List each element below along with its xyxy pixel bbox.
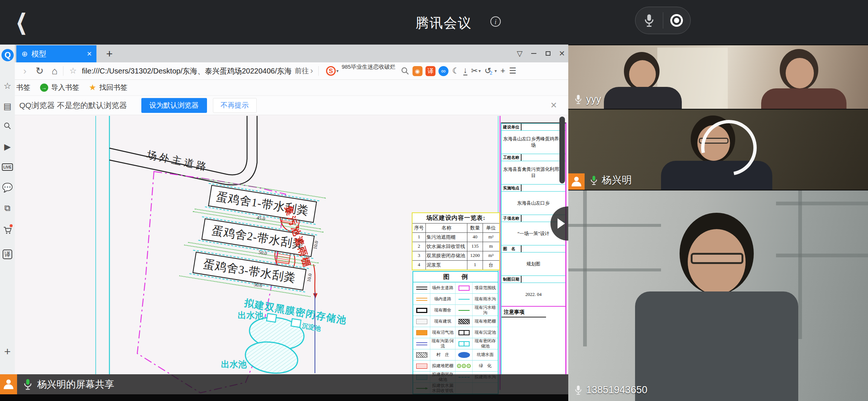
legend-label: 村 庄 xyxy=(430,349,456,360)
title-block-label-row: 制图日期 xyxy=(502,276,565,283)
dimension-label: 50.0 xyxy=(253,281,263,288)
magenta-rect xyxy=(456,283,472,293)
presenter-avatar xyxy=(0,374,17,394)
cell: 台 xyxy=(483,261,499,270)
double-orange-road-line xyxy=(413,294,430,304)
participant-video-13851943650[interactable]: 13851943650 xyxy=(568,190,868,401)
cell: 4 xyxy=(412,261,425,270)
field-value: 东海县山左口乡秀峰蛋鸡养殖场 xyxy=(502,131,565,154)
cell: 135 xyxy=(467,242,483,251)
participant-name: 13851943650 xyxy=(586,384,647,396)
col-header: 名称 xyxy=(425,224,467,232)
legend-label: 绿 化 xyxy=(472,361,498,371)
participant-video-yyy[interactable]: yyy xyxy=(568,45,868,109)
legend-title: 图 例 xyxy=(413,272,498,282)
cell: m³ xyxy=(483,251,499,260)
legend-row: 场外主道路 项目范围线 xyxy=(413,282,498,293)
cell: 饮水漏水回收管线 xyxy=(425,242,467,251)
field-value: 2022. 04 xyxy=(502,283,565,306)
legend-label: 现有沉淀池 xyxy=(472,327,498,338)
double-blue-line xyxy=(413,338,430,349)
dimension-label: 50.0 xyxy=(258,249,267,256)
shelf-line xyxy=(776,254,868,257)
shelf-line xyxy=(568,224,661,227)
field-label: 子项名称 xyxy=(502,216,521,221)
title-block-label-row: 建设单位 xyxy=(502,123,565,131)
chevron-right-icon xyxy=(558,218,565,229)
mic-icon xyxy=(574,385,582,395)
double-black-road-line xyxy=(413,283,430,293)
cyan-line xyxy=(456,294,472,304)
scrollbar-thumb[interactable] xyxy=(559,117,565,183)
field-label: 工程名称 xyxy=(502,155,521,160)
legend-label: 现有雨水沟 xyxy=(472,294,498,304)
legend-label: 现有堆肥棚 xyxy=(472,316,498,327)
field-label: 实施地点 xyxy=(502,185,521,191)
field-label: 建设单位 xyxy=(502,124,521,130)
legend-label: 现有沼气池 xyxy=(430,327,456,338)
green-line xyxy=(456,305,472,316)
title-block-label-row: 工程名称 xyxy=(502,154,565,161)
shelf-line xyxy=(568,268,661,271)
table-row: 3 双黑膜密闭存储池 1200 m³ xyxy=(412,251,499,260)
legend-label: 现有圈舍 xyxy=(430,305,456,316)
black-hatch-rect xyxy=(456,316,472,327)
cell: m xyxy=(483,242,499,251)
meeting-window: ❮ 腾讯会议 i ⊕ 模型 ✕ xyxy=(0,0,868,401)
outlet-pond-label: 出水池 xyxy=(221,359,247,370)
dimension-label: 45.0 xyxy=(256,215,266,222)
cyan-two-cell-rect xyxy=(456,338,472,349)
legend-row: 场内道路 现有雨水沟 xyxy=(413,293,498,304)
legend-label: 项目范围线 xyxy=(472,283,498,293)
cell: 2 xyxy=(412,242,425,251)
participant-body xyxy=(761,88,846,109)
legend-label: 现有建筑 xyxy=(430,316,456,327)
legend-label: 坑塘水面 xyxy=(472,349,498,360)
legend-row: 现有沟渠/河流 现有密闭存储池 xyxy=(413,338,498,349)
share-banner-text: 杨兴明的屏幕共享 xyxy=(37,378,114,391)
mic-icon xyxy=(574,94,582,104)
cell: 3 xyxy=(412,251,425,260)
legend-label: 拟建堆肥棚 xyxy=(430,361,456,371)
legend-row: 现有圈舍 现有污水暗沟 xyxy=(413,304,498,316)
three-green-circles xyxy=(456,361,472,371)
notes-header: 注意事项 xyxy=(502,307,546,317)
legend-row: 现有沼气池 现有沉淀池 xyxy=(413,327,498,338)
participant-name-tag: yyy xyxy=(574,94,601,105)
participant-name-tag: 13851943650 xyxy=(574,384,647,396)
screen-share-banner: 杨兴明的屏幕共享 xyxy=(0,374,568,394)
col-header: 单位 xyxy=(483,224,499,232)
legend-label: 现有密闭存储池 xyxy=(472,338,498,349)
blue-ellipse xyxy=(456,349,472,360)
legend-row: 拟建堆肥棚 绿 化 xyxy=(413,360,498,371)
col-header: 数量 xyxy=(467,224,483,232)
gray-rect xyxy=(413,316,430,327)
black-rect xyxy=(413,305,430,316)
table-row: 4 泥浆泵 1 台 xyxy=(412,260,499,270)
cell: 双黑膜密闭存储池 xyxy=(425,251,467,260)
cell: 40 xyxy=(467,233,483,242)
field-label: 制图日期 xyxy=(502,277,521,282)
cell: 集污池遮雨棚 xyxy=(425,233,467,242)
field-label: 图 名 xyxy=(502,246,521,252)
cell: 1200 xyxy=(467,251,483,260)
legend-label: 现有沟渠/河流 xyxy=(430,338,456,349)
cell: 1 xyxy=(412,233,425,242)
participant-face xyxy=(786,58,814,88)
participant-video-strip: yyy 杨兴明 xyxy=(568,45,868,401)
legend-label: 场内道路 xyxy=(430,294,456,304)
shelf-line xyxy=(776,202,868,205)
bottom-strip xyxy=(0,394,568,401)
legend-row: 村 庄 坑塘水面 xyxy=(413,349,498,360)
participant-video-yangxingming[interactable]: 杨兴明 xyxy=(568,109,868,190)
participant-name-tag: 杨兴明 xyxy=(590,173,632,187)
table-header-row: 序号 名称 数量 单位 xyxy=(412,223,499,232)
cell: 泥浆泵 xyxy=(425,261,467,270)
mic-icon xyxy=(23,378,33,390)
col-header: 序号 xyxy=(412,224,425,232)
participant-body xyxy=(604,87,682,109)
legend-label: 现有污水暗沟 xyxy=(472,305,498,316)
mic-icon xyxy=(590,175,598,185)
title-block-label-row: 图 名 xyxy=(502,245,565,252)
cell: 1 xyxy=(467,261,483,270)
